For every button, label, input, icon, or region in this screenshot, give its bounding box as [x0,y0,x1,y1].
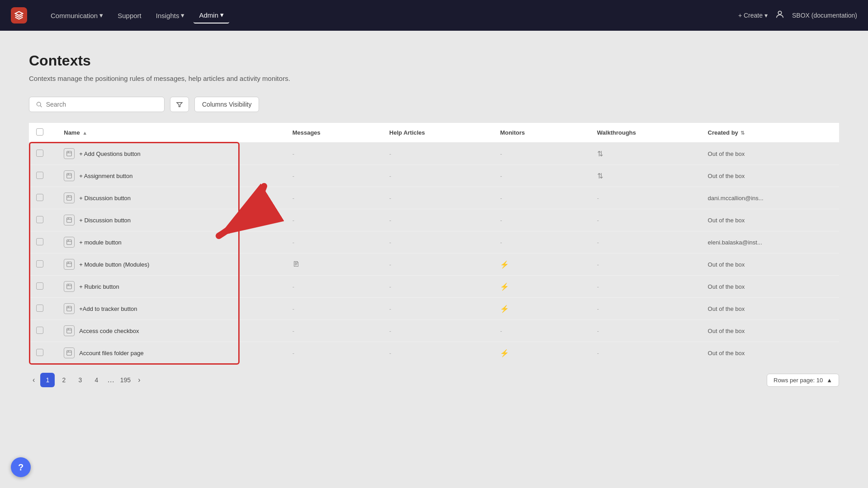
row-checkbox[interactable] [36,305,43,312]
row-checkbox[interactable] [36,238,43,245]
page-title: Contexts [29,52,839,69]
table-row: + Rubric button --⚡-Out of the box [29,276,839,298]
table-row: Account files folder page --⚡-Out of the… [29,342,839,364]
row-name[interactable]: + Add Questions button [79,150,141,157]
filter-button[interactable] [170,97,189,112]
app-logo[interactable] [11,7,27,23]
row-icon [64,347,75,358]
row-checkbox[interactable] [36,150,43,157]
monitors-dash: - [500,195,502,202]
main-content: Contexts Contexts manage the positioning… [0,31,868,488]
created-by: Out of the box [708,150,745,157]
messages-dash: - [292,239,294,246]
row-name[interactable]: +Add to tracker button [79,305,137,312]
col-header-created[interactable]: Created by ⇅ [701,123,839,143]
row-name[interactable]: + Module button (Modules) [79,261,149,268]
nav-support[interactable]: Support [112,8,147,23]
created-by: Out of the box [708,217,745,224]
svg-line-2 [40,106,42,107]
select-all-checkbox[interactable] [36,128,43,136]
row-name[interactable]: + Discussion button [79,217,131,224]
page-3-button[interactable]: 3 [73,373,87,387]
swap-icon[interactable]: ⇅ [597,172,603,180]
row-icon [64,281,75,292]
col-header-name[interactable]: Name ▲ [57,123,285,143]
row-name[interactable]: + module button [79,239,122,246]
row-checkbox[interactable] [36,282,43,290]
created-by: Out of the box [708,173,745,179]
table-container: Name ▲ Messages Help Articles Monitors W… [29,123,839,364]
walkthroughs-dash: - [597,350,599,357]
walkthroughs-dash: - [597,305,599,312]
topnav: Communication ▾ Support Insights ▾ Admin… [0,0,868,31]
col-header-monitors[interactable]: Monitors [493,123,590,143]
lightning-icon[interactable]: ⚡ [500,261,509,268]
account-label[interactable]: SBOX (documentation) [792,12,857,19]
row-name[interactable]: + Rubric button [79,283,119,290]
row-checkbox[interactable] [36,327,43,334]
row-checkbox[interactable] [36,172,43,179]
messages-dash: - [292,305,294,312]
col-header-articles[interactable]: Help Articles [382,123,493,143]
row-icon [64,325,75,336]
svg-rect-5 [67,151,72,156]
row-name[interactable]: + Discussion button [79,195,131,202]
row-name[interactable]: Account files folder page [79,350,143,357]
walkthroughs-dash: - [597,195,599,202]
svg-rect-26 [67,306,72,311]
articles-dash: - [389,328,391,334]
select-all-header [29,123,57,143]
table-row: +Add to tracker button --⚡-Out of the bo… [29,298,839,320]
lightning-icon[interactable]: ⚡ [500,349,509,357]
columns-visibility-button[interactable]: Columns Visibility [194,97,259,112]
nav-insights[interactable]: Insights ▾ [151,8,190,23]
search-input[interactable] [46,101,158,108]
table-row: + Add Questions button ---⇅Out of the bo… [29,143,839,165]
col-header-messages[interactable]: Messages [285,123,382,143]
swap-icon[interactable]: ⇅ [597,150,603,158]
created-by: Out of the box [708,283,745,290]
table-row: + module button ----eleni.balaska@inst..… [29,231,839,253]
lightning-icon[interactable]: ⚡ [500,305,509,313]
create-button[interactable]: + Create ▾ [738,12,768,19]
table-row: + Discussion button ----Out of the box [29,209,839,231]
row-icon [64,259,75,270]
page-195-button[interactable]: 195 [118,373,132,387]
monitors-dash: - [500,239,502,246]
file-icon[interactable]: 🖹 [292,260,300,268]
messages-dash: - [292,283,294,290]
user-icon[interactable] [775,9,785,21]
messages-dash: - [292,150,294,157]
row-icon [64,148,75,159]
row-icon [64,170,75,181]
next-page-button[interactable]: › [134,374,144,386]
walkthroughs-dash: - [597,217,599,224]
search-box [29,97,165,112]
svg-rect-23 [67,284,72,289]
lightning-icon[interactable]: ⚡ [500,283,509,291]
pagination: ‹ 1 2 3 4 … 195 › Rows per page: 10 ▲ [29,364,839,387]
page-description: Contexts manage the positioning rules of… [29,75,839,82]
col-header-walkthroughs[interactable]: Walkthroughs [590,123,701,143]
svg-rect-11 [67,196,72,201]
row-checkbox[interactable] [36,260,43,267]
row-checkbox[interactable] [36,194,43,201]
help-button[interactable]: ? [11,457,31,477]
rows-per-page-selector[interactable]: Rows per page: 10 ▲ [767,374,839,387]
nav-admin[interactable]: Admin ▾ [193,7,229,23]
row-name[interactable]: + Assignment button [79,173,132,179]
nav-communication[interactable]: Communication ▾ [45,8,108,23]
row-checkbox[interactable] [36,216,43,223]
page-1-button[interactable]: 1 [40,373,55,387]
messages-dash: - [292,328,294,334]
articles-dash: - [389,173,391,179]
page-2-button[interactable]: 2 [57,373,71,387]
row-name[interactable]: Access code checkbox [79,328,139,334]
svg-rect-20 [67,262,72,267]
page-4-button[interactable]: 4 [89,373,104,387]
prev-page-button[interactable]: ‹ [29,374,38,386]
chevron-down-icon: ▾ [181,11,184,19]
articles-dash: - [389,350,391,357]
row-checkbox[interactable] [36,349,43,356]
svg-rect-14 [67,218,72,223]
